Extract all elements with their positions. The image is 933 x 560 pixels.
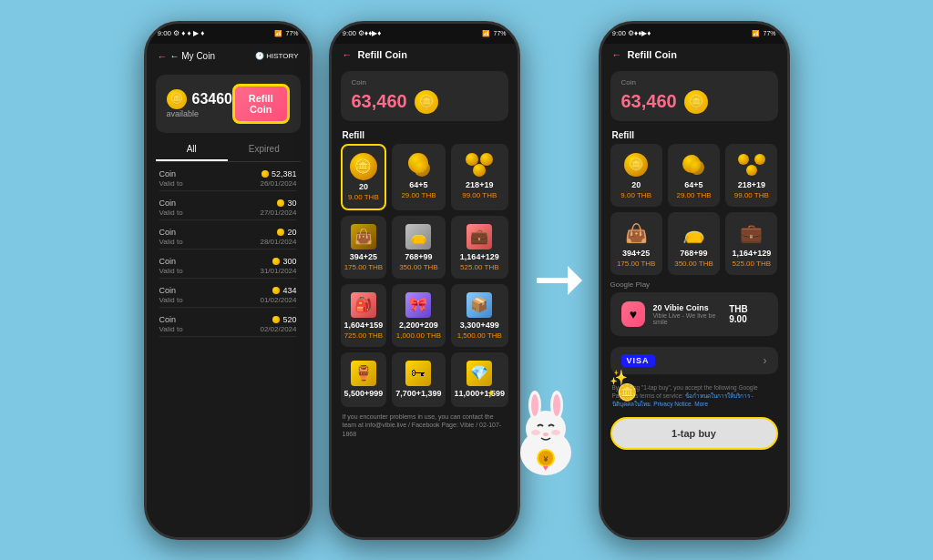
battery-1: 77% — [285, 30, 298, 36]
refill-coin-button[interactable]: Refill Coin — [232, 84, 290, 124]
coin-label: Coin — [159, 169, 177, 178]
available-text: available — [167, 109, 233, 118]
list-item: Coin520 Valid to02/02/2024 — [147, 311, 310, 341]
back-button-3[interactable]: ← — [612, 49, 622, 60]
google-play-section: Google Play ♥ 20 Vibie Coins Vibie Live … — [610, 280, 778, 336]
package-item-3[interactable]: 🪙 20 9.00 THB — [610, 144, 662, 207]
package-item[interactable]: 👝 768+99 350.00 THB — [392, 216, 445, 279]
refill-grid-3: 🪙 20 9.00 THB 64+5 29.00 THB 218+19 99.0… — [601, 144, 787, 275]
history-label: HISTORY — [266, 52, 298, 60]
package-item-3[interactable]: 218+19 99.00 THB — [725, 144, 777, 207]
package-item[interactable]: 64+5 29.00 THB — [392, 144, 445, 210]
coin-list: Coin52,381 Valid to26/01/2024 Coin30 Val… — [147, 162, 310, 537]
package-item[interactable]: 🪙 20 9.00 THB — [341, 144, 387, 210]
list-item: Coin20 Valid to28/01/2024 — [147, 224, 310, 253]
coin-display-amount-2: 63,460 — [352, 91, 407, 112]
bunny-container: ✨ ✦ 🪙 — [509, 387, 610, 505]
package-item-3[interactable]: 💼 1,164+129 525.00 THB — [725, 212, 777, 275]
refill-section-label-2: Refill — [332, 127, 518, 144]
coin-display-icon-3: 🪙 — [684, 90, 708, 114]
package-item[interactable]: 📦 3,300+499 1,500.00 THB — [451, 284, 508, 347]
top-nav-1: ← ← My Coin 🕐 HISTORY — [147, 44, 310, 69]
coin-display-2: Coin 63,460 🪙 — [341, 71, 508, 121]
refill-section-label-3: Refill — [601, 127, 787, 144]
package-item-3[interactable]: 👝 768+99 350.00 THB — [668, 212, 720, 275]
payment-price: THB 9.00 — [729, 304, 766, 324]
coin-value: 52,381 — [261, 169, 297, 178]
package-item-3[interactable]: 👜 394+25 175.00 THB — [610, 212, 662, 275]
back-button-2[interactable]: ← — [343, 49, 353, 60]
package-item[interactable]: 🗝 7,700+1,399 — [392, 352, 445, 407]
coin-icon-1: 🪙 — [167, 89, 187, 109]
coin-count: 🪙 63460 — [167, 89, 233, 109]
phone-1: 9:00 ⚙ ♦ ♦ ▶ ♦ 📶 77% ← ← My Coin — [144, 21, 313, 540]
payment-item-name: 20 Vibie Coins — [652, 303, 729, 312]
refill-header-3: ← Refill Coin — [601, 44, 787, 66]
svg-point-8 — [543, 433, 549, 436]
coin-display-label-3: Coin — [621, 78, 636, 87]
time-1: 9:00 — [158, 29, 172, 37]
time-2: 9:00 — [343, 29, 357, 37]
icons-1: ⚙ ♦ ♦ ▶ ♦ — [173, 29, 204, 37]
phone-3-screen: 9:00 ⚙♦♦▶♦ 📶 77% ← Refill Coin Coin — [601, 24, 787, 537]
svg-point-6 — [531, 430, 540, 435]
bunny-svg: ¥ ♥ — [509, 387, 582, 478]
svg-point-10 — [555, 450, 569, 463]
svg-text:♥: ♥ — [543, 463, 549, 473]
phone-3: 9:00 ⚙♦♦▶♦ 📶 77% ← Refill Coin Coin — [599, 21, 790, 540]
tabs-row: All Expired — [156, 138, 301, 162]
package-item[interactable]: 🎒 1,604+159 725.00 THB — [341, 284, 387, 347]
status-right-1: 📶 77% — [274, 30, 298, 37]
forward-arrow — [537, 264, 582, 296]
svg-point-5 — [553, 394, 560, 416]
status-left-1: 9:00 ⚙ ♦ ♦ ▶ ♦ — [158, 29, 205, 37]
refill-title-3: Refill Coin — [628, 49, 677, 60]
history-button[interactable]: 🕐 HISTORY — [255, 52, 298, 60]
tab-all[interactable]: All — [156, 138, 229, 161]
tab-expired[interactable]: Expired — [228, 138, 301, 161]
history-icon: 🕐 — [255, 52, 264, 60]
svg-point-7 — [551, 430, 560, 435]
visa-row[interactable]: VISA › — [610, 347, 778, 374]
svg-point-3 — [531, 394, 538, 416]
chevron-right-icon: › — [764, 354, 767, 367]
package-item-3[interactable]: 64+5 29.00 THB — [668, 144, 720, 207]
tap-buy-button[interactable]: 1-tap buy — [610, 417, 778, 450]
coin-display-amount-3: 63,460 — [621, 91, 677, 112]
package-item[interactable]: 218+19 99.00 THB — [451, 144, 508, 210]
google-play-label: Google Play — [610, 280, 778, 289]
package-item[interactable]: 🎀 2,200+209 1,000.00 THB — [392, 284, 445, 347]
refill-title-2: Refill Coin — [358, 49, 407, 60]
phone-2: 9:00 ⚙♦♦▶♦ 📶 77% ← Refill Coin Coin — [329, 21, 520, 540]
coins-flying: 🪙 — [617, 382, 637, 402]
back-arrow-1: ← — [158, 51, 168, 62]
refill-footer: If you encounter problems in use, you ca… — [332, 407, 518, 537]
list-item: Coin30 Valid to27/01/2024 — [147, 195, 310, 224]
package-item[interactable]: 💎 11,000+1,599 — [451, 352, 508, 407]
refill-header-2: ← Refill Coin — [332, 44, 518, 66]
coin-display-3: Coin 63,460 🪙 — [610, 71, 778, 121]
phones-row: 9:00 ⚙ ♦ ♦ ▶ ♦ 📶 77% ← ← My Coin — [144, 21, 790, 540]
visa-badge: VISA — [621, 354, 655, 367]
app-icon: ♥ — [621, 301, 646, 327]
svg-point-9 — [522, 450, 537, 463]
list-item: Coin300 Valid to31/01/2024 — [147, 253, 310, 282]
back-button-1[interactable]: ← ← My Coin — [158, 51, 215, 62]
list-item: Coin434 Valid to01/02/2024 — [147, 282, 310, 311]
phone-2-screen: 9:00 ⚙♦♦▶♦ 📶 77% ← Refill Coin Coin — [332, 24, 518, 537]
nav-title-1: ← My Coin — [170, 51, 215, 61]
coin-amount-group: 🪙 63460 available — [167, 89, 233, 118]
status-bar-1: 9:00 ⚙ ♦ ♦ ▶ ♦ 📶 77% — [147, 24, 310, 44]
list-item: Coin52,381 Valid to26/01/2024 — [147, 166, 310, 195]
signal-1: 📶 — [274, 30, 282, 37]
coin-balance-row: 🪙 63460 available Refill Coin — [156, 75, 301, 133]
package-item[interactable]: 💼 1,164+129 525.00 THB — [451, 216, 508, 279]
package-item[interactable]: 👜 394+25 175.00 THB — [341, 216, 387, 279]
refill-grid-2: 🪙 20 9.00 THB 64+5 29.00 T — [332, 144, 518, 407]
coin-amount: 63460 — [192, 91, 233, 107]
payment-item-sub: Vibie Live - We live be smile — [652, 312, 729, 325]
package-item[interactable]: 🏺 5,500+999 — [341, 352, 387, 407]
coin-display-icon-2: 🪙 — [415, 90, 438, 114]
phone-1-screen: 9:00 ⚙ ♦ ♦ ▶ ♦ 📶 77% ← ← My Coin — [147, 24, 310, 537]
status-bar-2: 9:00 ⚙♦♦▶♦ 📶 77% — [332, 24, 518, 44]
